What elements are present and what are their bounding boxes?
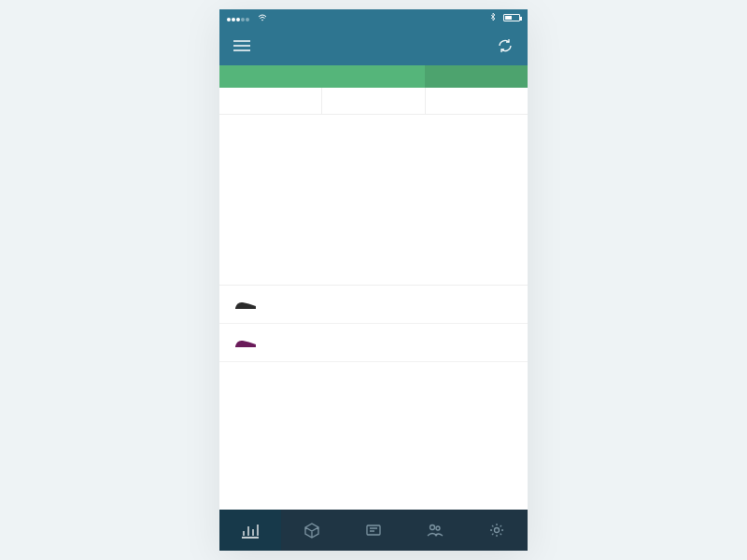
nav-customers[interactable] xyxy=(404,510,466,551)
svg-point-4 xyxy=(495,528,500,533)
nav-messages[interactable] xyxy=(343,510,404,551)
product-thumb-icon xyxy=(233,333,259,352)
signal-dots-icon xyxy=(227,13,250,23)
legend-item-profit xyxy=(260,268,270,277)
svg-point-2 xyxy=(430,525,435,530)
legend-item-revenue xyxy=(233,268,243,277)
tab-today[interactable] xyxy=(219,65,322,88)
nav-settings[interactable] xyxy=(466,510,528,551)
stat-revenue xyxy=(321,88,424,114)
list-item[interactable] xyxy=(219,324,528,362)
svg-point-3 xyxy=(436,526,440,530)
stat-profit xyxy=(425,88,528,114)
nav-analytics[interactable] xyxy=(219,510,281,551)
stats-row xyxy=(219,88,528,115)
revenue-chart xyxy=(233,120,514,260)
product-list xyxy=(219,286,528,510)
list-item[interactable] xyxy=(219,286,528,324)
chart-legend xyxy=(219,264,528,286)
app-frame xyxy=(219,9,528,551)
battery-icon xyxy=(503,14,520,21)
bluetooth-icon xyxy=(490,12,496,23)
svg-rect-1 xyxy=(367,525,380,535)
status-bar xyxy=(219,9,528,26)
tab-one-week[interactable] xyxy=(425,65,528,88)
bottom-nav xyxy=(219,510,528,551)
app-header xyxy=(219,26,528,65)
menu-button[interactable] xyxy=(231,40,253,51)
tab-yesterday[interactable] xyxy=(322,65,425,88)
nav-orders[interactable] xyxy=(281,510,343,551)
stat-orders xyxy=(219,88,321,114)
wifi-icon xyxy=(258,13,267,23)
sync-button[interactable] xyxy=(494,37,516,54)
svg-point-0 xyxy=(261,19,263,21)
product-thumb-icon xyxy=(233,295,259,314)
range-tabs xyxy=(219,65,528,88)
chart-container xyxy=(219,115,528,264)
